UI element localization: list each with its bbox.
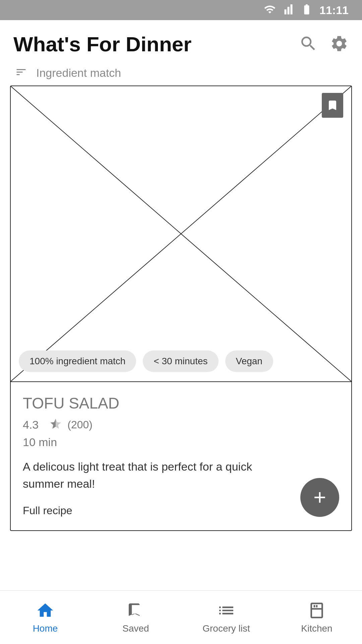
nav-label-kitchen: Kitchen	[301, 623, 332, 634]
recipe-description: A delicous light treat that is perfect f…	[23, 458, 257, 492]
stars	[44, 418, 62, 432]
filter-icon	[13, 66, 29, 79]
filter-bar[interactable]: Ingredient match	[0, 63, 362, 86]
recipe-card: 100% ingredient match < 30 minutes Vegan…	[10, 86, 352, 531]
recipe-name: TOFU SALAD	[23, 394, 339, 412]
battery-icon	[300, 3, 313, 17]
bookmark-button[interactable]	[322, 93, 343, 118]
nav-item-grocery[interactable]: Grocery list	[181, 601, 272, 634]
recipe-time: 10 min	[23, 436, 339, 449]
saved-icon	[126, 601, 145, 620]
status-time: 11:11	[319, 4, 349, 17]
fab-button[interactable]	[300, 478, 339, 517]
rating-count: (200)	[67, 419, 93, 431]
search-icon[interactable]	[299, 34, 318, 54]
tag-time[interactable]: < 30 minutes	[143, 351, 218, 372]
nav-item-saved[interactable]: Saved	[90, 601, 181, 634]
header: What's For Dinner	[0, 20, 362, 63]
wifi-icon	[264, 3, 276, 17]
filter-label: Ingredient match	[36, 66, 121, 79]
rating-number: 4.3	[23, 418, 39, 431]
status-bar: 11:11	[0, 0, 362, 20]
nav-label-grocery: Grocery list	[202, 623, 250, 634]
tag-vegan[interactable]: Vegan	[225, 351, 273, 372]
nav-label-home: Home	[33, 623, 58, 634]
kitchen-icon	[307, 601, 326, 620]
signal-icon	[282, 3, 294, 17]
grocery-icon	[217, 601, 236, 620]
nav-label-saved: Saved	[122, 623, 149, 634]
recipe-info: TOFU SALAD 4.3	[11, 381, 351, 530]
recipe-image: 100% ingredient match < 30 minutes Vegan	[11, 86, 351, 381]
recipe-rating-row: 4.3	[23, 418, 339, 432]
header-actions	[299, 34, 349, 54]
full-recipe-link[interactable]: Full recipe	[23, 504, 72, 517]
home-icon	[36, 601, 55, 620]
star-5-half	[49, 418, 62, 432]
bottom-nav: Home Saved Grocery list Kitchen	[0, 590, 362, 644]
recipe-tags: 100% ingredient match < 30 minutes Vegan	[19, 351, 273, 372]
nav-item-home[interactable]: Home	[0, 601, 90, 634]
page-title: What's For Dinner	[13, 32, 191, 56]
nav-item-kitchen[interactable]: Kitchen	[272, 601, 362, 634]
tag-ingredient-match[interactable]: 100% ingredient match	[19, 351, 136, 372]
settings-icon[interactable]	[330, 34, 349, 54]
